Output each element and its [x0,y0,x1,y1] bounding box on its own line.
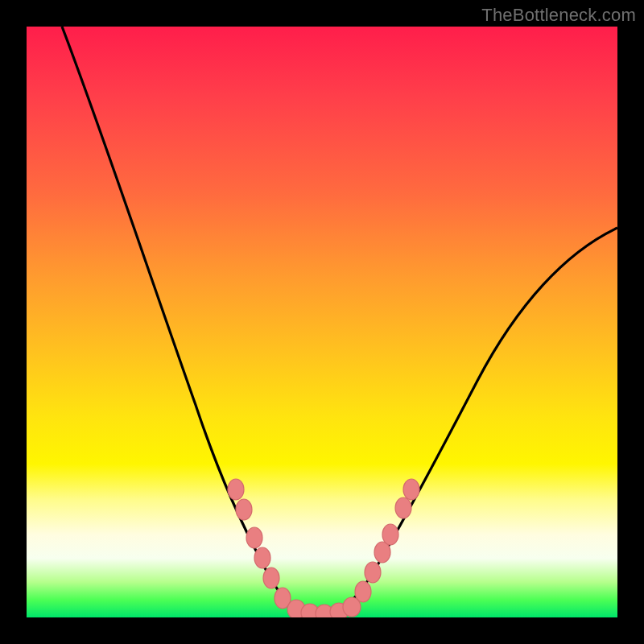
bottleneck-curve [62,27,617,614]
marker-dot [236,499,252,520]
marker-dot [365,562,381,583]
marker-dot [254,547,270,568]
marker-group [228,479,419,617]
marker-dot [263,568,279,588]
curve-group [62,27,617,614]
marker-dot [403,479,419,500]
watermark-text: TheBottleneck.com [481,5,636,26]
marker-dot [355,581,371,602]
chart-frame: TheBottleneck.com [0,0,644,644]
marker-dot [395,497,411,518]
marker-dot [246,527,262,548]
chart-svg [27,27,617,617]
plot-area [27,27,617,617]
marker-dot [382,524,398,545]
marker-dot [228,479,244,500]
